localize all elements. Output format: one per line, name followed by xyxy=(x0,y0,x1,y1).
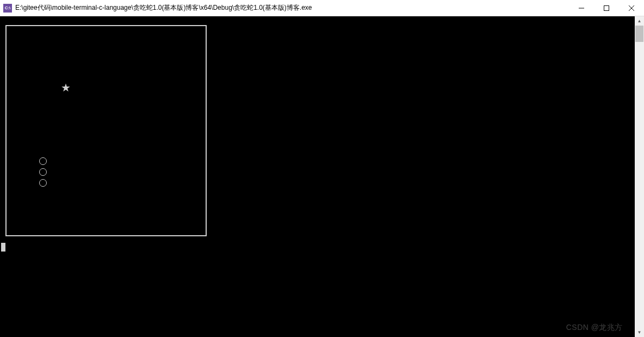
vertical-scrollbar[interactable]: ▲ ▼ xyxy=(635,16,644,337)
scroll-up-icon[interactable]: ▲ xyxy=(635,16,644,26)
svg-rect-1 xyxy=(604,5,609,10)
console-area[interactable]: ★ CSDN @龙兆方 xyxy=(0,16,635,337)
client-area: ★ CSDN @龙兆方 ▲ ▼ xyxy=(0,16,644,337)
scroll-thumb[interactable] xyxy=(635,26,643,42)
minimize-button[interactable] xyxy=(569,0,594,16)
food-star-icon: ★ xyxy=(61,82,71,93)
window-titlebar[interactable]: C:\ E:\gitee代码\mobile-terminal-c-languag… xyxy=(0,0,644,16)
game-border: ★ xyxy=(5,25,207,236)
close-button[interactable] xyxy=(619,0,644,16)
snake-segment xyxy=(39,179,47,187)
app-icon: C:\ xyxy=(3,4,12,13)
watermark: CSDN @龙兆方 xyxy=(566,323,623,333)
window-controls xyxy=(569,0,644,16)
text-cursor xyxy=(1,243,5,252)
snake-segment xyxy=(39,157,47,165)
scroll-down-icon[interactable]: ▼ xyxy=(635,328,644,337)
window-title: E:\gitee代码\mobile-terminal-c-language\贪吃… xyxy=(15,3,569,13)
snake-segment xyxy=(39,168,47,176)
maximize-button[interactable] xyxy=(594,0,619,16)
